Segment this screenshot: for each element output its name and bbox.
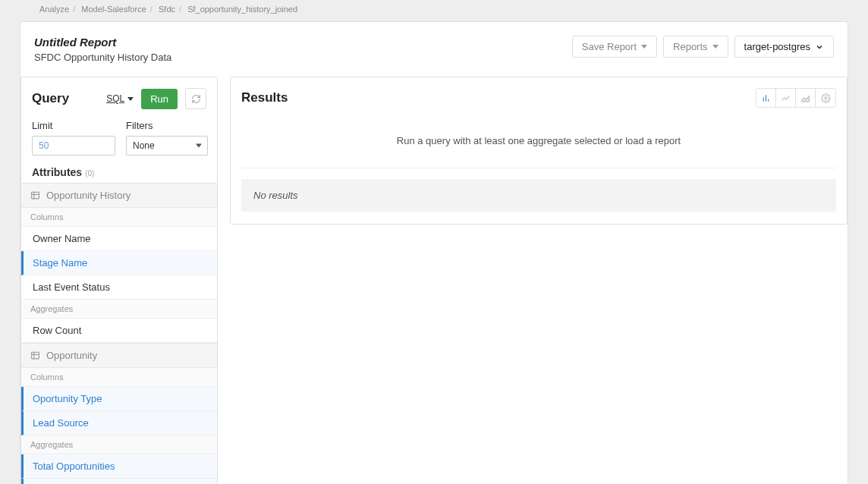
attribute-item[interactable]: Stage Name [21, 251, 217, 275]
results-title: Results [241, 90, 288, 105]
attributes-label: Attributes [32, 166, 82, 178]
aggregates-subheader: Aggregates [21, 300, 217, 319]
columns-subheader: Columns [21, 368, 217, 387]
table-icon [30, 190, 40, 200]
results-panel: Results [230, 77, 848, 225]
bar-chart-icon[interactable] [756, 89, 776, 107]
chevron-down-icon [127, 97, 134, 101]
breadcrumb-item[interactable]: Sf_opportunity_history_joined [187, 5, 297, 14]
target-label: target-postgres [744, 41, 810, 52]
columns-subheader: Columns [21, 208, 217, 227]
chevron-down-icon [712, 45, 719, 49]
chart-type-toolbar [756, 88, 836, 108]
divider [241, 168, 836, 168]
attribute-item[interactable]: Lead Source [21, 411, 217, 435]
sql-toggle[interactable]: SQL [106, 93, 134, 104]
attribute-item[interactable]: Average Probability (%) [21, 479, 217, 484]
report-subtitle: SFDC Opportunity History Data [34, 52, 171, 63]
save-report-label: Save Report [582, 41, 637, 52]
chevron-down-icon [815, 42, 824, 52]
area-chart-icon[interactable] [796, 89, 816, 107]
group-name: Opportunity [46, 350, 97, 361]
reports-label: Reports [673, 41, 708, 52]
filters-label: Filters [126, 120, 208, 131]
svg-rect-3 [32, 352, 39, 359]
target-connection-button[interactable]: target-postgres [734, 36, 834, 58]
attribute-group-header[interactable]: Opportunity [21, 343, 217, 368]
main-panel: Untitled Report SFDC Opportunity History… [20, 21, 848, 484]
limit-input[interactable] [32, 136, 115, 156]
report-title: Untitled Report [34, 36, 171, 49]
breadcrumb-item[interactable]: Sfdc [159, 5, 175, 14]
breadcrumb: Analyze/ Model-Salesforce/ Sfdc/ Sf_oppo… [0, 0, 868, 18]
refresh-button[interactable] [185, 88, 206, 109]
attribute-item[interactable]: Row Count [21, 319, 217, 343]
refresh-icon [191, 94, 201, 104]
query-panel: Query SQL Run [20, 77, 218, 484]
sql-label: SQL [106, 93, 124, 104]
group-name: Opportunity History [46, 190, 131, 201]
chevron-down-icon [641, 45, 647, 49]
query-title: Query [32, 91, 69, 106]
attributes-count: (0) [85, 169, 94, 178]
limit-label: Limit [32, 120, 115, 131]
attribute-item[interactable]: Total Opportunities [21, 454, 217, 479]
attributes-list: Opportunity History Columns Owner Name S… [21, 183, 217, 484]
aggregates-subheader: Aggregates [21, 435, 217, 454]
reports-button[interactable]: Reports [663, 36, 728, 58]
run-button[interactable]: Run [141, 89, 178, 109]
results-placeholder: Run a query with at least one aggregate … [241, 121, 836, 168]
breadcrumb-item[interactable]: Analyze [39, 5, 69, 14]
table-icon [30, 350, 40, 360]
no-results-message: No results [241, 179, 836, 212]
attribute-item[interactable]: Owner Name [21, 227, 217, 251]
breadcrumb-item[interactable]: Model-Salesforce [81, 5, 146, 14]
save-report-button[interactable]: Save Report [572, 36, 657, 58]
svg-point-9 [824, 96, 826, 99]
line-chart-icon[interactable] [776, 89, 796, 107]
svg-rect-0 [32, 192, 39, 199]
attribute-item[interactable]: Oportunity Type [21, 387, 217, 411]
attribute-item[interactable]: Last Event Status [21, 275, 217, 300]
settings-icon[interactable] [816, 89, 835, 107]
filters-select[interactable]: None [126, 136, 208, 156]
attribute-group-header[interactable]: Opportunity History [21, 184, 217, 208]
gear-icon [821, 93, 831, 103]
